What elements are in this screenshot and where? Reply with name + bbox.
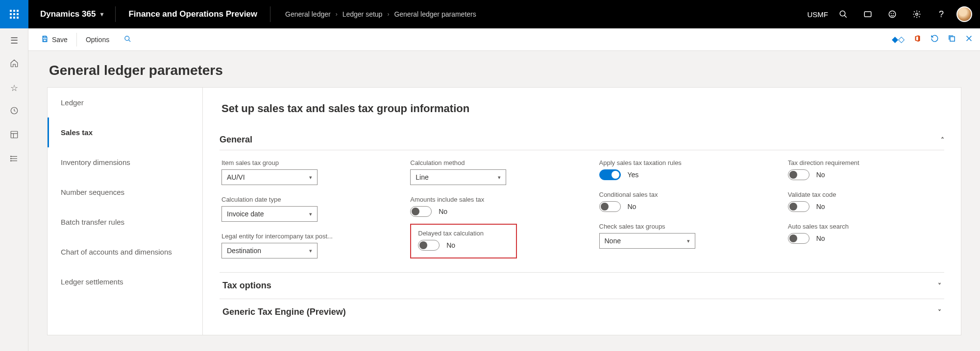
recent-icon[interactable] [10, 106, 19, 117]
office-icon[interactable] [913, 34, 922, 45]
save-icon [41, 35, 49, 44]
tab-chart-of-accounts[interactable]: Chart of accounts and dimensions [48, 237, 202, 267]
field-label: Conditional sales tax [599, 191, 727, 198]
svg-rect-5 [17, 13, 19, 15]
breadcrumb: General ledger › Ledger setup › General … [270, 10, 807, 18]
toggle-value: No [628, 203, 637, 211]
breadcrumb-item[interactable]: General ledger [285, 10, 331, 18]
toggle-value: Yes [628, 171, 639, 179]
tab-ledger[interactable]: Ledger [48, 88, 202, 117]
tab-sales-tax[interactable]: Sales tax [48, 117, 202, 147]
field-calculation-method: Calculation method Line ▾ [410, 159, 564, 185]
svg-rect-4 [13, 13, 15, 15]
tax-direction-toggle[interactable] [788, 169, 809, 180]
amounts-include-toggle[interactable] [410, 206, 432, 217]
field-label: Calculation date type [221, 196, 349, 203]
page-body: General ledger parameters Ledger Sales t… [28, 51, 980, 351]
close-icon[interactable] [965, 34, 973, 45]
svg-rect-8 [17, 17, 19, 19]
personalize-icon[interactable]: ◆◇ [892, 34, 905, 45]
select-value: Invoice date [227, 210, 264, 218]
fasttab-general-header[interactable]: General ˄ [220, 130, 944, 150]
svg-rect-30 [950, 36, 955, 41]
legal-entity-intercompany-select[interactable]: Destination ▾ [221, 243, 318, 258]
avatar[interactable] [956, 6, 972, 22]
breadcrumb-item[interactable]: General ledger parameters [394, 10, 476, 18]
chevron-down-icon: ▾ [687, 238, 690, 244]
company-code[interactable]: USMF [808, 10, 829, 19]
auto-sales-tax-search-toggle[interactable] [788, 233, 809, 244]
toggle-value: No [816, 234, 825, 242]
general-fields: Item sales tax group AU/VI ▾ Calculation… [220, 150, 944, 272]
field-tax-direction-requirement: Tax direction requirement No [788, 159, 942, 180]
tab-inventory-dimensions[interactable]: Inventory dimensions [48, 147, 202, 177]
find-button[interactable] [118, 32, 137, 47]
conditional-sales-tax-toggle[interactable] [599, 201, 621, 212]
check-sales-tax-groups-select[interactable]: None ▾ [599, 233, 695, 249]
workspaces-icon[interactable] [10, 130, 19, 141]
fasttab-tax-options[interactable]: Tax options ˅ [220, 272, 944, 299]
tab-number-sequences[interactable]: Number sequences [48, 177, 202, 207]
svg-rect-17 [11, 131, 18, 138]
toggle-value: No [446, 241, 455, 249]
svg-line-29 [129, 40, 131, 42]
field-label: Auto sales tax search [788, 223, 915, 230]
validate-tax-code-toggle[interactable] [788, 201, 809, 212]
module-name: Finance and Operations Preview [116, 9, 270, 19]
messages-icon[interactable] [856, 0, 880, 28]
fasttab-label: Tax options [222, 281, 271, 291]
fasttab-general-label: General [220, 135, 252, 145]
toggle-value: No [816, 203, 825, 211]
home-icon[interactable] [10, 59, 19, 70]
field-check-sales-tax-groups: Check sales tax groups None ▾ [599, 223, 754, 249]
gear-icon[interactable] [905, 0, 929, 28]
chevron-down-icon: ▾ [100, 11, 103, 18]
svg-rect-27 [44, 39, 46, 42]
field-label: Amounts include sales tax [410, 196, 538, 203]
breadcrumb-item[interactable]: Ledger setup [343, 10, 383, 18]
form-subtitle: Set up sales tax and sales tax group inf… [221, 102, 944, 115]
popout-icon[interactable] [948, 34, 956, 45]
fasttab-generic-tax-engine[interactable]: Generic Tax Engine (Preview) ˅ [220, 299, 944, 325]
svg-point-15 [916, 13, 918, 16]
calculation-date-type-select[interactable]: Invoice date ▾ [221, 206, 318, 222]
help-icon[interactable]: ? [929, 0, 954, 28]
svg-point-13 [891, 13, 891, 14]
tab-batch-transfer-rules[interactable]: Batch transfer rules [48, 207, 202, 237]
field-validate-tax-code: Validate tax code No [788, 191, 942, 212]
chevron-down-icon: ˅ [938, 308, 941, 316]
field-auto-sales-tax-search: Auto sales tax search No [788, 223, 942, 244]
svg-point-25 [10, 161, 11, 162]
svg-rect-7 [13, 17, 15, 19]
delayed-tax-toggle[interactable] [418, 240, 440, 251]
chevron-down-icon: ˅ [938, 282, 941, 290]
svg-rect-26 [44, 36, 46, 37]
app-launcher-icon[interactable] [0, 0, 28, 28]
field-item-sales-tax-group: Item sales tax group AU/VI ▾ [221, 159, 376, 185]
search-icon[interactable] [831, 0, 856, 28]
save-button[interactable]: Save [35, 32, 74, 47]
svg-point-12 [889, 11, 896, 18]
modules-icon[interactable] [10, 154, 19, 165]
svg-rect-2 [17, 10, 19, 12]
svg-rect-6 [10, 17, 12, 19]
calculation-method-select[interactable]: Line ▾ [410, 169, 506, 185]
field-label: Legal entity for intercompany tax post..… [221, 233, 349, 240]
left-rail: ☰ ☆ [0, 28, 28, 351]
feedback-icon[interactable] [880, 0, 905, 28]
brand-dropdown[interactable]: Dynamics 365 ▾ [28, 0, 115, 28]
hamburger-icon[interactable]: ☰ [10, 35, 18, 46]
favorites-icon[interactable]: ☆ [10, 83, 18, 94]
svg-rect-1 [13, 10, 15, 12]
chevron-right-icon: › [387, 11, 389, 18]
apply-rules-toggle[interactable] [599, 169, 621, 180]
refresh-icon[interactable] [931, 34, 939, 45]
select-value: AU/VI [227, 173, 245, 181]
toggle-value: No [816, 171, 825, 179]
field-apply-taxation-rules: Apply sales tax taxation rules Yes [599, 159, 754, 180]
divider [76, 33, 77, 47]
tab-ledger-settlements[interactable]: Ledger settlements [48, 267, 202, 297]
options-button[interactable]: Options [80, 33, 115, 47]
svg-point-23 [10, 156, 11, 157]
item-sales-tax-group-select[interactable]: AU/VI ▾ [221, 169, 318, 185]
